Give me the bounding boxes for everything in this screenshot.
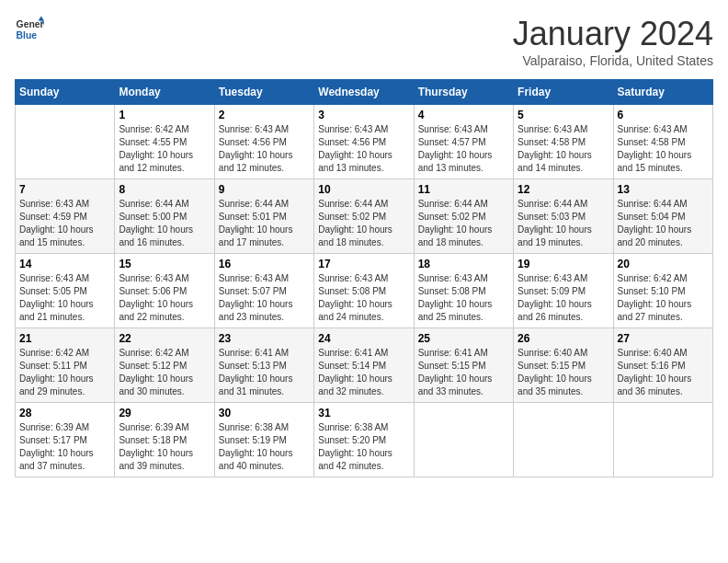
calendar-cell: 1Sunrise: 6:42 AMSunset: 4:55 PMDaylight… [115,105,214,179]
day-info: Sunrise: 6:40 AMSunset: 5:15 PMDaylight:… [518,347,609,398]
calendar-cell: 10Sunrise: 6:44 AMSunset: 5:02 PMDayligh… [314,179,414,254]
calendar-cell: 29Sunrise: 6:39 AMSunset: 5:18 PMDayligh… [115,403,214,477]
calendar-cell: 19Sunrise: 6:43 AMSunset: 5:09 PMDayligh… [514,254,613,328]
svg-marker-2 [39,17,44,21]
day-number: 25 [418,332,509,345]
calendar-cell: 25Sunrise: 6:41 AMSunset: 5:15 PMDayligh… [414,328,513,403]
calendar-cell: 4Sunrise: 6:43 AMSunset: 4:57 PMDaylight… [414,105,513,179]
svg-text:Blue: Blue [17,30,38,40]
day-number: 20 [618,258,709,270]
day-number: 21 [19,332,110,345]
calendar-cell: 31Sunrise: 6:38 AMSunset: 5:20 PMDayligh… [314,403,414,477]
calendar-cell: 7Sunrise: 6:43 AMSunset: 4:59 PMDaylight… [16,179,115,254]
calendar-cell: 27Sunrise: 6:40 AMSunset: 5:16 PMDayligh… [613,328,712,403]
day-number: 26 [518,332,609,345]
calendar-week-row: 7Sunrise: 6:43 AMSunset: 4:59 PMDaylight… [16,179,713,254]
calendar-cell: 23Sunrise: 6:41 AMSunset: 5:13 PMDayligh… [214,328,313,403]
day-number: 13 [618,183,709,196]
weekday-header-wednesday: Wednesday [314,80,414,105]
weekday-header-monday: Monday [115,80,214,105]
calendar-cell [514,403,613,477]
logo-icon: General Blue [15,15,44,44]
month-title: January 2024 [513,15,713,53]
weekday-header-thursday: Thursday [414,80,513,105]
day-info: Sunrise: 6:43 AMSunset: 4:57 PMDaylight:… [418,123,509,175]
day-info: Sunrise: 6:42 AMSunset: 5:11 PMDaylight:… [19,347,110,398]
calendar-cell: 16Sunrise: 6:43 AMSunset: 5:07 PMDayligh… [214,254,313,328]
day-info: Sunrise: 6:38 AMSunset: 5:20 PMDaylight:… [318,421,409,473]
day-number: 8 [119,183,210,196]
day-number: 27 [618,332,709,345]
day-info: Sunrise: 6:44 AMSunset: 5:02 PMDaylight:… [418,198,509,249]
weekday-header-friday: Friday [514,80,613,105]
calendar-cell: 28Sunrise: 6:39 AMSunset: 5:17 PMDayligh… [16,403,115,477]
calendar-week-row: 14Sunrise: 6:43 AMSunset: 5:05 PMDayligh… [16,254,713,328]
calendar-cell: 15Sunrise: 6:43 AMSunset: 5:06 PMDayligh… [115,254,214,328]
calendar-cell: 20Sunrise: 6:42 AMSunset: 5:10 PMDayligh… [613,254,712,328]
day-number: 11 [418,183,509,196]
day-number: 19 [518,258,609,270]
day-number: 5 [518,109,609,121]
day-number: 7 [19,183,110,196]
day-info: Sunrise: 6:44 AMSunset: 5:04 PMDaylight:… [618,198,709,249]
day-info: Sunrise: 6:40 AMSunset: 5:16 PMDaylight:… [618,347,709,398]
day-info: Sunrise: 6:42 AMSunset: 5:10 PMDaylight:… [618,272,709,324]
day-info: Sunrise: 6:39 AMSunset: 5:17 PMDaylight:… [19,421,110,473]
calendar-cell: 9Sunrise: 6:44 AMSunset: 5:01 PMDaylight… [214,179,313,254]
calendar-cell: 26Sunrise: 6:40 AMSunset: 5:15 PMDayligh… [514,328,613,403]
day-number: 9 [219,183,310,196]
day-number: 17 [318,258,409,270]
calendar-cell: 13Sunrise: 6:44 AMSunset: 5:04 PMDayligh… [613,179,712,254]
day-info: Sunrise: 6:43 AMSunset: 5:05 PMDaylight:… [19,272,110,324]
calendar-cell: 17Sunrise: 6:43 AMSunset: 5:08 PMDayligh… [314,254,414,328]
day-info: Sunrise: 6:43 AMSunset: 5:09 PMDaylight:… [518,272,609,324]
day-number: 22 [119,332,210,345]
day-number: 14 [19,258,110,270]
calendar-week-row: 21Sunrise: 6:42 AMSunset: 5:11 PMDayligh… [16,328,713,403]
day-info: Sunrise: 6:44 AMSunset: 5:03 PMDaylight:… [518,198,609,249]
title-area: January 2024 Valparaiso, Florida, United… [513,15,713,68]
calendar-cell: 24Sunrise: 6:41 AMSunset: 5:14 PMDayligh… [314,328,414,403]
day-number: 18 [418,258,509,270]
day-number: 30 [219,407,310,419]
svg-text:General: General [17,19,44,29]
page-header: General Blue January 2024 Valparaiso, Fl… [15,15,713,68]
day-info: Sunrise: 6:44 AMSunset: 5:00 PMDaylight:… [119,198,210,249]
weekday-header-saturday: Saturday [613,80,712,105]
calendar-cell: 21Sunrise: 6:42 AMSunset: 5:11 PMDayligh… [16,328,115,403]
calendar-cell [414,403,513,477]
day-number: 16 [219,258,310,270]
day-info: Sunrise: 6:43 AMSunset: 5:08 PMDaylight:… [318,272,409,324]
calendar-cell: 11Sunrise: 6:44 AMSunset: 5:02 PMDayligh… [414,179,513,254]
day-number: 24 [318,332,409,345]
calendar-cell: 12Sunrise: 6:44 AMSunset: 5:03 PMDayligh… [514,179,613,254]
day-info: Sunrise: 6:41 AMSunset: 5:14 PMDaylight:… [318,347,409,398]
day-info: Sunrise: 6:39 AMSunset: 5:18 PMDaylight:… [119,421,210,473]
day-number: 15 [119,258,210,270]
weekday-header-row: SundayMondayTuesdayWednesdayThursdayFrid… [16,80,713,105]
day-info: Sunrise: 6:43 AMSunset: 5:08 PMDaylight:… [418,272,509,324]
day-info: Sunrise: 6:43 AMSunset: 4:58 PMDaylight:… [618,123,709,175]
day-info: Sunrise: 6:38 AMSunset: 5:19 PMDaylight:… [219,421,310,473]
day-number: 1 [119,109,210,121]
calendar-cell: 5Sunrise: 6:43 AMSunset: 4:58 PMDaylight… [514,105,613,179]
calendar-cell: 30Sunrise: 6:38 AMSunset: 5:19 PMDayligh… [214,403,313,477]
day-number: 10 [318,183,409,196]
day-number: 4 [418,109,509,121]
day-number: 12 [518,183,609,196]
day-number: 3 [318,109,409,121]
calendar-cell: 22Sunrise: 6:42 AMSunset: 5:12 PMDayligh… [115,328,214,403]
calendar-cell: 3Sunrise: 6:43 AMSunset: 4:56 PMDaylight… [314,105,414,179]
day-info: Sunrise: 6:43 AMSunset: 5:06 PMDaylight:… [119,272,210,324]
day-number: 6 [618,109,709,121]
day-info: Sunrise: 6:43 AMSunset: 4:56 PMDaylight:… [219,123,310,175]
day-info: Sunrise: 6:43 AMSunset: 5:07 PMDaylight:… [219,272,310,324]
calendar-cell: 6Sunrise: 6:43 AMSunset: 4:58 PMDaylight… [613,105,712,179]
weekday-header-tuesday: Tuesday [214,80,313,105]
calendar-week-row: 1Sunrise: 6:42 AMSunset: 4:55 PMDaylight… [16,105,713,179]
calendar-cell: 14Sunrise: 6:43 AMSunset: 5:05 PMDayligh… [16,254,115,328]
calendar-cell: 8Sunrise: 6:44 AMSunset: 5:00 PMDaylight… [115,179,214,254]
calendar-cell: 2Sunrise: 6:43 AMSunset: 4:56 PMDaylight… [214,105,313,179]
calendar-week-row: 28Sunrise: 6:39 AMSunset: 5:17 PMDayligh… [16,403,713,477]
day-number: 28 [19,407,110,419]
